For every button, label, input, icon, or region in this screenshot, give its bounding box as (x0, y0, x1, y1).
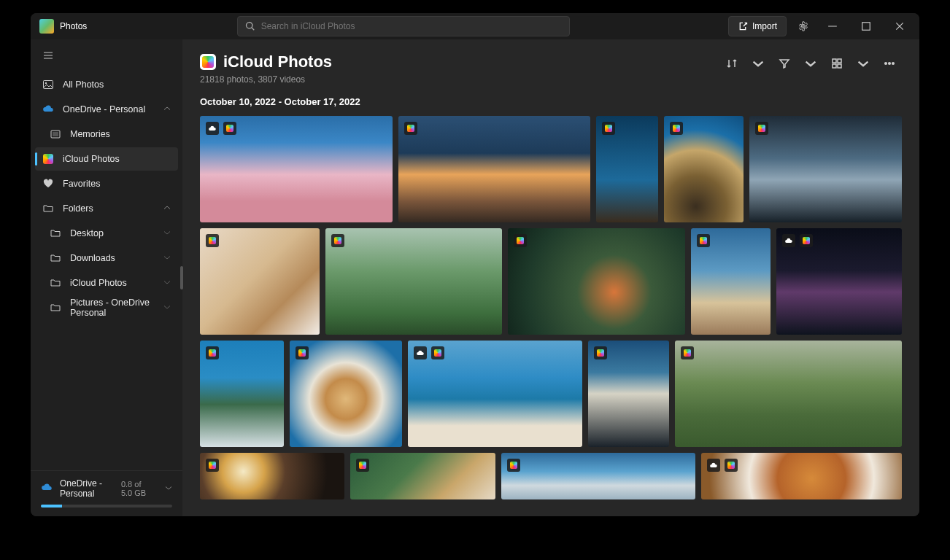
cloud-badge (206, 122, 219, 135)
sort-chevron[interactable] (746, 52, 771, 74)
sidebar-item-folders[interactable]: Folders (35, 197, 178, 220)
icloud-badge (670, 122, 683, 135)
photo-tile[interactable] (200, 341, 284, 447)
photo-tile[interactable] (200, 116, 393, 222)
hamburger-button[interactable] (35, 42, 61, 69)
filter-button[interactable] (772, 52, 797, 74)
sidebar-folder-pictures[interactable]: Pictures - OneDrive Personal (35, 296, 178, 319)
onedrive-icon (41, 482, 53, 496)
onedrive-icon (42, 104, 54, 115)
photo-tile[interactable] (290, 341, 402, 447)
app-title: Photos (60, 21, 87, 31)
sidebar-item-favorites[interactable]: Favorites (35, 172, 178, 195)
search-box[interactable] (237, 16, 570, 36)
search-icon (245, 21, 255, 31)
icloud-badge (725, 459, 738, 472)
date-heading: October 10, 2022 - October 17, 2022 (182, 95, 919, 116)
close-icon (895, 21, 905, 31)
chevron-down-icon (857, 58, 869, 69)
photo-tile[interactable] (508, 228, 684, 335)
import-button[interactable]: Import (728, 16, 787, 36)
sidebar-item-memories[interactable]: Memories (35, 122, 178, 146)
view-chevron[interactable] (851, 52, 876, 74)
icloud-photos-icon (42, 153, 54, 165)
storage-status: OneDrive - Personal 0.8 of 5.0 GB (31, 470, 182, 516)
sort-button[interactable] (719, 52, 744, 74)
icloud-badge (296, 346, 309, 359)
icloud-badge (514, 234, 527, 247)
sidebar-item-label: Downloads (70, 253, 115, 263)
app-logo-icon (39, 19, 54, 34)
more-icon (884, 58, 895, 69)
import-label: Import (752, 21, 777, 31)
sidebar-item-label: Memories (70, 129, 110, 139)
svg-point-10 (889, 63, 891, 65)
photo-tile[interactable] (501, 453, 696, 499)
sidebar-item-label: Pictures - OneDrive Personal (70, 298, 155, 318)
photo-tile[interactable] (701, 453, 902, 499)
main-panel: iCloud Photos 21818 photos, 3807 videos … (182, 39, 919, 516)
photo-tile[interactable] (776, 228, 902, 335)
toolbar (719, 52, 902, 74)
sidebar-folder-downloads[interactable]: Downloads (35, 246, 178, 270)
icloud-badge (681, 346, 694, 359)
storage-bar (41, 505, 172, 508)
photo-tile[interactable] (691, 228, 771, 335)
page-title: iCloud Photos (223, 52, 332, 71)
minimize-icon (827, 21, 838, 31)
settings-button[interactable] (791, 15, 816, 37)
icloud-badge (356, 459, 369, 472)
icloud-badge (431, 346, 444, 359)
maximize-icon (861, 21, 871, 31)
hamburger-icon (42, 50, 54, 61)
sidebar-folder-desktop[interactable]: Desktop (35, 222, 178, 245)
icloud-badge (206, 234, 219, 247)
chevron-down-icon (752, 58, 764, 69)
sidebar-item-onedrive[interactable]: OneDrive - Personal (35, 98, 178, 121)
view-button[interactable] (825, 52, 849, 74)
sidebar: All Photos OneDrive - Personal Memories … (31, 39, 182, 516)
photo-tile[interactable] (325, 228, 502, 335)
icloud-badge (404, 122, 417, 135)
sidebar-item-label: OneDrive - Personal (63, 104, 145, 114)
icloud-badge (697, 234, 710, 247)
sidebar-item-label: All Photos (63, 79, 104, 90)
chevron-down-icon (805, 58, 816, 69)
grid-icon (831, 58, 843, 69)
chevron-up-icon (163, 104, 171, 114)
sidebar-item-label: iCloud Photos (63, 154, 120, 164)
sidebar-item-label: Desktop (70, 228, 104, 238)
gear-icon (798, 21, 808, 31)
photo-tile[interactable] (749, 116, 902, 222)
svg-point-11 (892, 63, 895, 65)
close-button[interactable] (883, 13, 916, 39)
maximize-button[interactable] (849, 13, 883, 39)
photo-tile[interactable] (664, 116, 744, 222)
photo-tile[interactable] (675, 341, 902, 447)
chevron-down-icon (163, 303, 171, 313)
photo-tile[interactable] (408, 341, 582, 447)
svg-rect-1 (44, 81, 53, 89)
icloud-badge (594, 346, 607, 359)
photo-tile[interactable] (200, 453, 344, 499)
sidebar-item-all-photos[interactable]: All Photos (35, 73, 178, 96)
photo-tile[interactable] (350, 453, 495, 499)
sidebar-resize-handle[interactable] (180, 266, 183, 289)
search-input[interactable] (261, 21, 562, 31)
minimize-button[interactable] (816, 13, 849, 39)
more-button[interactable] (877, 52, 902, 74)
chevron-up-icon (163, 203, 171, 214)
sidebar-item-icloud-photos[interactable]: iCloud Photos (35, 147, 178, 171)
sidebar-folder-icloud[interactable]: iCloud Photos (35, 271, 178, 295)
chevron-down-icon (163, 228, 171, 238)
filter-chevron[interactable] (798, 52, 823, 74)
icloud-badge (206, 459, 219, 472)
svg-rect-5 (833, 59, 836, 63)
import-icon (738, 21, 748, 31)
photo-tile[interactable] (398, 116, 591, 222)
photo-tile[interactable] (596, 116, 658, 222)
photo-tile[interactable] (200, 228, 320, 335)
svg-point-9 (885, 63, 887, 65)
photo-tile[interactable] (588, 341, 669, 447)
chevron-down-icon[interactable] (165, 483, 172, 494)
